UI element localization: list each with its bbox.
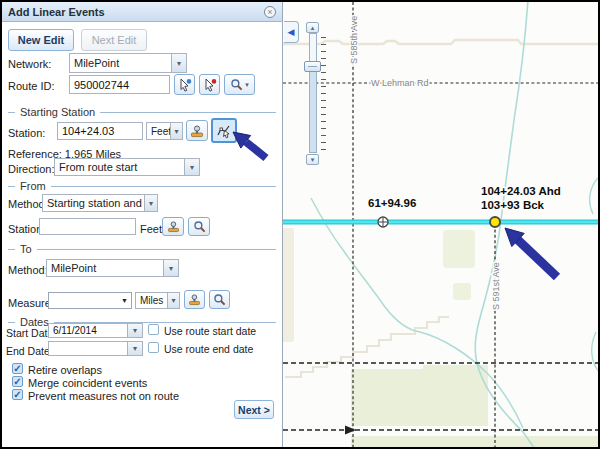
end-date-picker[interactable]: ▾ [128,341,143,356]
direction-select[interactable]: From route start ▾ [54,158,200,176]
network-select[interactable]: MilePoint ▾ [69,53,187,73]
prevent-measures-checkbox[interactable]: ✓ [12,389,23,400]
stream-line [592,332,598,372]
collapse-panel-button[interactable]: ◀ [284,21,299,43]
zoom-out-button[interactable]: ▾ [306,154,319,165]
station-label: Station: [8,127,45,139]
station-label: 104+24.03 Ahd [481,185,561,197]
use-route-end-date-checkbox[interactable]: ✓ [148,342,159,353]
from-station-measure-button[interactable] [162,217,184,236]
station-input[interactable] [57,122,143,140]
prevent-measures-label: Prevent measures not on route [28,390,179,402]
chevron-down-icon[interactable]: ▾ [171,54,186,72]
chevron-down-icon: ▾ [245,81,249,89]
chevron-down-icon[interactable]: ▾ [128,342,142,355]
field-polygon [453,283,471,300]
section-from: From [8,180,276,192]
chevron-down-icon[interactable]: ▾ [163,260,178,276]
measure-label: Measure: [8,297,54,309]
station-locator-icon [167,220,180,233]
measure-units-select[interactable]: Miles ▾ [135,292,180,309]
chevron-down-icon[interactable]: ▾ [167,293,179,308]
end-date-label: End Date: [6,345,53,357]
panel-title: Add Linear Events [8,6,105,18]
panel-header: Add Linear Events [2,2,282,22]
field-polygon [351,436,598,447]
search-icon [213,293,226,306]
direction-arrowhead [345,426,356,435]
chevron-down-icon[interactable]: ▾ [144,195,157,211]
map-graphics: W Lehman Rd S 585th Ave S 591st Ave 61+9… [283,2,598,447]
start-date-input[interactable] [48,323,128,338]
reference-point-marker [378,217,388,227]
select-route-button[interactable] [174,74,195,95]
search-icon [230,78,243,91]
chevron-down-icon[interactable]: ▾ [170,123,182,139]
next-button[interactable]: Next > [234,400,274,419]
network-label: Network: [8,58,51,70]
station-label: 61+94.96 [368,197,416,209]
road-label: W Lehman Rd [371,78,429,88]
from-station-input[interactable] [39,218,136,235]
route-id-input[interactable] [69,75,170,94]
section-label: Starting Station [20,106,95,118]
new-edit-button[interactable]: New Edit [8,29,74,51]
zoom-in-button[interactable]: ▴ [306,22,319,33]
next-edit-button[interactable]: Next Edit [81,29,147,51]
close-icon[interactable]: × [264,6,276,18]
zoom-slider-ticks [321,37,326,151]
search-icon [193,220,206,233]
merge-coincident-checkbox[interactable]: ✓ [12,376,23,387]
land-patch [283,228,294,342]
pick-station-on-map-button[interactable] [211,118,237,143]
stream-line [590,177,598,214]
measure-search-button[interactable] [209,290,230,309]
road-line [283,40,598,44]
network-value: MilePoint [70,54,171,72]
measure-combo[interactable]: ▼ [48,292,132,309]
zoom-slider-upper [310,34,316,63]
station-from-measure-button[interactable] [186,120,208,141]
station-point-marker [490,217,500,227]
select-route-icon [178,78,192,92]
section-to: To [8,243,276,255]
check-icon: ✓ [13,377,22,387]
measure-from-map-button[interactable] [184,290,205,309]
station-locator-icon [188,293,201,306]
map-canvas[interactable]: W Lehman Rd S 585th Ave S 591st Ave 61+9… [283,2,598,447]
road-label-vertical: S 591st Ave [491,262,501,310]
station-locator-icon [190,124,204,138]
start-date-picker[interactable]: ▾ [128,323,143,338]
station-label: 103+93 Bck [481,199,545,211]
use-route-start-date-checkbox[interactable]: ✓ [148,324,159,335]
field-polygon [443,230,475,268]
chevron-down-icon[interactable]: ▾ [128,324,142,337]
add-linear-events-panel: Add Linear Events × New Edit Next Edit N… [2,2,283,447]
station-units-value: Feet [147,123,170,139]
to-method-value: MilePoint [47,260,163,276]
check-icon: ✓ [13,364,22,374]
retire-overlaps-checkbox[interactable]: ✓ [12,363,23,374]
use-route-start-date-label: Use route start date [164,325,256,337]
end-date-input[interactable] [48,341,128,356]
zoom-slider-handle[interactable] [304,61,321,72]
to-method-select[interactable]: MilePoint ▾ [46,259,179,277]
from-station-search-button[interactable] [188,217,210,236]
section-label: To [20,243,32,255]
pick-on-map-icon [216,123,232,139]
road-label-vertical: S 585th Ave [349,16,359,64]
to-method-label: Method: [8,264,48,276]
route-search-menu-button[interactable]: ▾ [224,74,255,95]
chevron-down-icon[interactable]: ▼ [118,293,131,308]
measure-value [49,293,118,308]
direction-label: Direction: [8,163,54,175]
chevron-down-icon[interactable]: ▾ [184,159,199,175]
clear-route-selection-button[interactable] [199,74,220,95]
app-window: Add Linear Events × New Edit Next Edit N… [0,0,600,449]
section-label: From [20,180,46,192]
section-starting-station: Starting Station [8,106,276,118]
from-units-label: Feet [140,223,162,235]
from-method-select[interactable]: Starting station and offset ▾ [42,194,158,212]
use-route-end-date-label: Use route end date [164,343,253,355]
station-units-select[interactable]: Feet ▾ [146,122,183,140]
